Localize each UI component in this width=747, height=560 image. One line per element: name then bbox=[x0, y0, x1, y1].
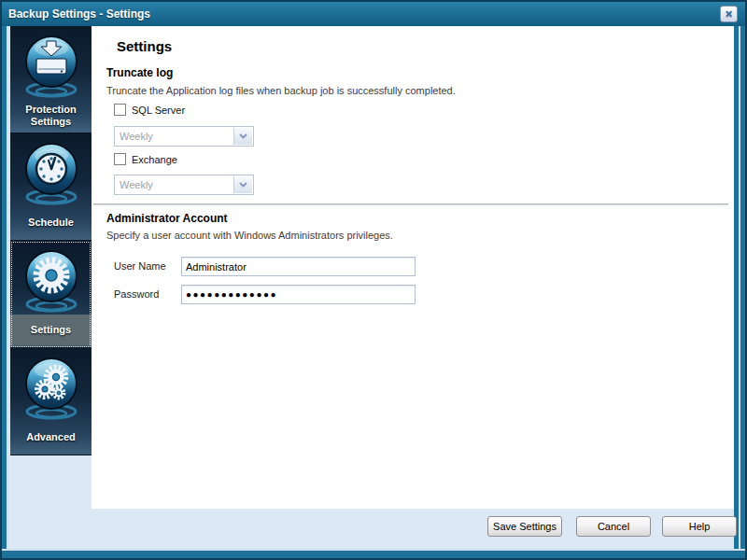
save-settings-button[interactable]: Save Settings bbox=[487, 516, 562, 537]
section-divider bbox=[93, 203, 728, 205]
clock-icon bbox=[21, 140, 81, 207]
backup-drive-icon bbox=[21, 33, 81, 100]
sidebar-item-protection-settings[interactable]: Protection Settings bbox=[10, 26, 92, 133]
chevron-down-icon bbox=[239, 182, 247, 188]
username-input[interactable] bbox=[181, 257, 416, 276]
password-input[interactable] bbox=[181, 285, 416, 304]
content-panel: Settings Truncate log Truncate the Appli… bbox=[92, 26, 734, 509]
sidebar-item-advanced[interactable]: Advanced bbox=[10, 348, 92, 455]
exchange-checkbox[interactable] bbox=[114, 153, 126, 165]
title-bar: Backup Settings - Settings × bbox=[2, 2, 745, 26]
admin-account-heading: Administrator Account bbox=[106, 212, 228, 225]
cancel-button[interactable]: Cancel bbox=[576, 516, 651, 537]
backup-settings-window: Backup Settings - Settings × bbox=[0, 0, 747, 560]
sql-server-checkbox-row: SQL Server bbox=[114, 104, 185, 116]
sidebar-item-label: Schedule bbox=[10, 207, 92, 238]
password-label: Password bbox=[114, 288, 159, 300]
sidebar-item-label: Settings bbox=[10, 315, 92, 345]
dropdown-selected-value: Weekly bbox=[115, 175, 253, 194]
sql-server-checkbox[interactable] bbox=[114, 104, 126, 116]
help-button[interactable]: Help bbox=[662, 516, 737, 537]
sidebar-item-label: Advanced bbox=[10, 422, 92, 453]
dropdown-button[interactable] bbox=[233, 176, 252, 193]
dropdown-selected-value: Weekly bbox=[115, 127, 253, 146]
admin-account-description: Specify a user account with Windows Admi… bbox=[106, 230, 393, 241]
sql-server-label: SQL Server bbox=[132, 105, 185, 116]
username-label: User Name bbox=[114, 260, 166, 272]
sidebar-nav: Protection Settings bbox=[10, 26, 92, 455]
page-title: Settings bbox=[117, 38, 172, 54]
chevron-down-icon bbox=[239, 133, 247, 139]
dropdown-button[interactable] bbox=[233, 128, 252, 145]
close-icon: × bbox=[726, 7, 733, 21]
window-body: Protection Settings bbox=[10, 26, 734, 549]
sidebar-item-settings[interactable]: Settings bbox=[10, 241, 92, 348]
exchange-checkbox-row: Exchange bbox=[114, 153, 177, 165]
truncate-log-heading: Truncate log bbox=[106, 66, 173, 79]
window-frame-left bbox=[2, 26, 8, 549]
sidebar-item-label: Protection Settings bbox=[10, 100, 92, 131]
exchange-frequency-dropdown[interactable]: Weekly bbox=[114, 175, 254, 195]
window-frame-bottom bbox=[2, 549, 745, 558]
window-title: Backup Settings - Settings bbox=[8, 7, 150, 21]
sql-server-frequency-dropdown[interactable]: Weekly bbox=[114, 126, 254, 147]
window-frame-right bbox=[734, 26, 745, 549]
gears-icon bbox=[21, 355, 81, 422]
sidebar-item-schedule[interactable]: Schedule bbox=[10, 133, 92, 241]
exchange-label: Exchange bbox=[132, 154, 177, 165]
close-button[interactable]: × bbox=[720, 6, 738, 22]
gear-icon bbox=[21, 247, 81, 315]
truncate-log-description: Truncate the Application log files when … bbox=[106, 85, 456, 96]
